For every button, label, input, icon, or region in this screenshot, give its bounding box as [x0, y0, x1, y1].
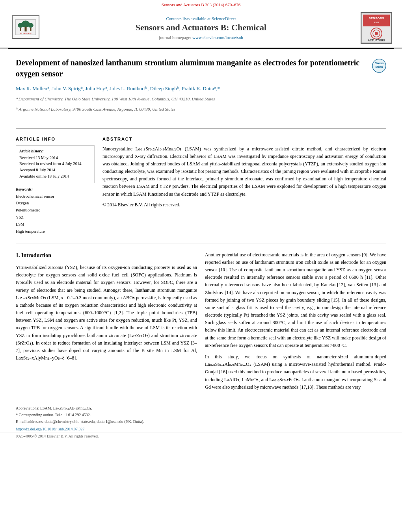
body-column-right: Another potential use of electroceramic … — [205, 251, 386, 395]
doi-link[interactable]: http://dx.doi.org/10.1016/j.snb.2014.07.… — [16, 427, 386, 431]
sciencedirect-text: Contents lists available at ScienceDirec… — [51, 16, 351, 21]
keywords-box: Keywords: Electrochemical sensor Oxygen … — [16, 187, 95, 235]
elsevier-logo-image: ELSEVIER — [12, 15, 39, 39]
revised-date: Received in revised form 4 July 2014 — [19, 161, 91, 167]
svg-text:ACTUATORS: ACTUATORS — [368, 39, 385, 42]
article-info-heading: ARTICLE INFO — [16, 137, 95, 141]
keyword-6: High temperature — [16, 228, 95, 235]
keyword-4: YSZ — [16, 214, 95, 221]
section1-col2-p1: Another potential use of electroceramic … — [205, 251, 386, 349]
affiliation-b: ᵇ Argonne National Laboratory, 9700 Sout… — [16, 106, 386, 113]
svg-text:SENSORS: SENSORS — [368, 17, 384, 20]
footnotes: Abbreviations: LSAM, La₀.₈Sr₀.₂Al₀.₉Mn₀.… — [16, 403, 386, 424]
article-history-box: Article history: Received 13 May 2014 Re… — [16, 145, 95, 183]
homepage-url: www.elsevier.com/locate/snb — [192, 35, 243, 40]
affiliation-a: ᵃ Department of Chemistry, The Ohio Stat… — [16, 96, 386, 102]
sensors-actuators-logo: SENSORS AND ACTUATORS — [359, 12, 394, 44]
available-date: Available online 18 July 2014 — [19, 173, 91, 180]
svg-point-3 — [18, 23, 23, 28]
paper-title-text: Development of nanosized lanthanum stron… — [16, 57, 368, 79]
authors: Max R. Mullenᵃ, John V. Spirigᵃ, Julia H… — [16, 85, 386, 93]
svg-point-5 — [28, 23, 34, 28]
section1-col1-p1: Yttria-stabilized zirconia (YSZ), becaus… — [16, 264, 197, 362]
accepted-date: Accepted 8 July 2014 — [19, 167, 91, 173]
copyright-text: © 2014 Elsevier B.V. All rights reserved… — [102, 201, 386, 209]
footnote-email: E-mail addresses: dutta@chemistry.ohio-s… — [16, 419, 386, 424]
keyword-1: Electrochemical sensor — [16, 193, 95, 200]
svg-rect-2 — [24, 27, 26, 32]
history-label: Article history: — [19, 149, 91, 153]
keyword-3: Potentiometric — [16, 207, 95, 214]
footnote-abbrev: Abbreviations: LSAM, La₀.₈Sr₀.₂Al₀.₉Mn₀.… — [16, 406, 386, 411]
sensors-box-image: SENSORS AND ACTUATORS — [361, 12, 392, 44]
section1-col2-p2: In this study, we focus on synthesis of … — [205, 353, 386, 391]
body-content: 1. Introduction Yttria-stabilized zircon… — [0, 247, 402, 399]
journal-reference: Sensors and Actuators B 203 (2014) 670–6… — [0, 0, 402, 8]
svg-text:Cross: Cross — [375, 61, 384, 65]
article-info-panel: ARTICLE INFO Article history: Received 1… — [16, 137, 95, 235]
journal-info: Contents lists available at ScienceDirec… — [51, 16, 351, 40]
bottom-bar: 0925-4005/© 2014 Elsevier B.V. All right… — [0, 432, 402, 440]
abstract-heading: ABSTRACT — [102, 137, 386, 141]
keywords-label: Keywords: — [16, 187, 95, 191]
svg-text:AND: AND — [374, 21, 380, 24]
received-date: Received 13 May 2014 — [19, 155, 91, 161]
footnote-corresponding: * Corresponding author. Tel.: +1 614 292… — [16, 412, 386, 418]
section1-heading: 1. Introduction — [16, 251, 197, 260]
article-meta: ARTICLE INFO Article history: Received 1… — [0, 133, 402, 239]
body-column-left: 1. Introduction Yttria-stabilized zircon… — [16, 251, 197, 395]
paper-title-row: Development of nanosized lanthanum stron… — [16, 57, 386, 79]
bottom-text: 0925-4005/© 2014 Elsevier B.V. All right… — [16, 434, 99, 438]
abstract-panel: ABSTRACT Nanocrystalline La₀.₈Sr₀.₂Al₀.₉… — [102, 137, 386, 235]
svg-text:Mark: Mark — [376, 65, 383, 69]
svg-rect-6 — [30, 28, 31, 31]
paper-header: Development of nanosized lanthanum stron… — [0, 49, 402, 124]
svg-rect-4 — [20, 28, 21, 31]
crossmark-icon: Cross Mark — [372, 59, 386, 73]
svg-text:ELSEVIER: ELSEVIER — [20, 32, 32, 35]
elsevier-logo: ELSEVIER — [8, 15, 43, 41]
keyword-5: LSM — [16, 221, 95, 228]
journal-homepage: journal homepage: www.elsevier.com/locat… — [51, 35, 351, 40]
journal-header: ELSEVIER Contents lists available at Sci… — [0, 8, 402, 48]
journal-title: Sensors and Actuators B: Chemical — [51, 22, 351, 33]
abstract-text: Nanocrystalline La₀.₈Sr₀.₂Al₀.₉Mn₀.₁O₃ (… — [102, 145, 386, 198]
svg-point-14 — [375, 32, 378, 35]
keyword-2: Oxygen — [16, 200, 95, 207]
